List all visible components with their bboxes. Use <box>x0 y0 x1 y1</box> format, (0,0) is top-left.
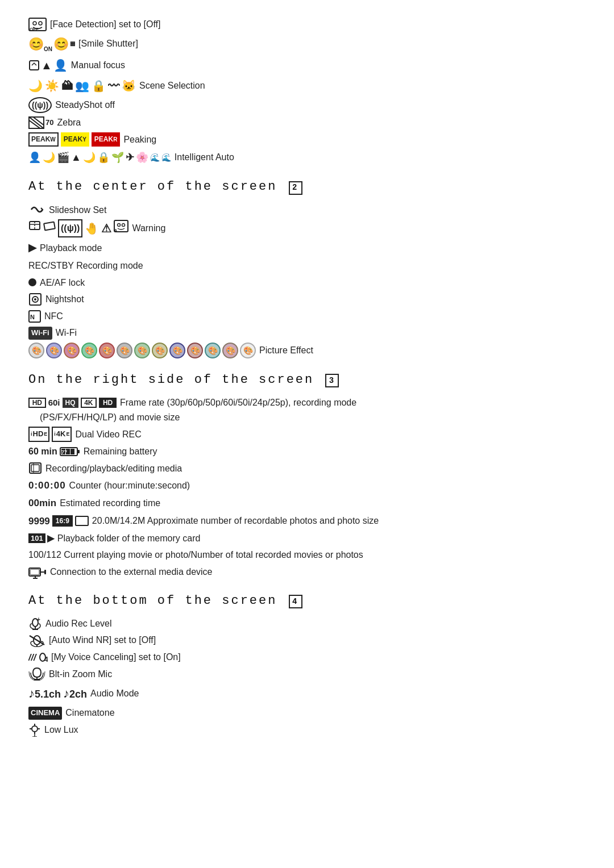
recordable-photos-label: 20.0M/14.2M Approximate number of record… <box>92 514 379 528</box>
nfc-icon: N <box>28 310 41 323</box>
blt-zoom-mic-label: Blt-in Zoom Mic <box>49 667 112 682</box>
estimated-prefix: 00min <box>28 495 56 511</box>
manual-focus-label: Manual focus <box>71 58 125 73</box>
svg-text:///: /// <box>28 653 37 662</box>
scene-wave-icon: 〰 <box>108 77 119 95</box>
pe-icon-13: 🎨 <box>240 343 256 358</box>
slideshow-set-icon <box>28 203 45 216</box>
peak-w-badge: PEAKW <box>28 132 59 147</box>
frame-rate-label2: (PS/FX/FH/HQ/LP) and movie size <box>40 410 180 425</box>
pe-icon-9: 🎨 <box>169 343 185 358</box>
svg-point-19 <box>34 298 36 301</box>
smile-shutter-label: [Smile Shutter] <box>78 36 138 51</box>
audio-rec-level-label: Audio Rec Level <box>45 616 112 631</box>
svg-text:OFF: OFF <box>30 27 39 31</box>
dual-video-label: Dual Video REC <box>75 427 141 442</box>
remaining-battery-label: Remaining battery <box>84 444 157 459</box>
pe-icon-8: 🎨 <box>152 343 168 358</box>
peak-r-badge: PEAKR <box>92 132 121 147</box>
pe-icon-1: 🎨 <box>28 343 44 358</box>
playback-folder-label: Playback folder of the memory card <box>57 531 201 546</box>
hq-badge: HQ <box>63 398 78 408</box>
intelligent-auto-icons: 👤🌙🎬▲🌙🔒🌱✈🌸 🌊🌊 <box>28 149 171 166</box>
low-lux-row: Low Lux <box>28 723 586 737</box>
picture-effect-label: Picture Effect <box>259 343 313 358</box>
svg-line-6 <box>28 116 44 129</box>
rec-stby-label: REC/STBY Recording mode <box>28 258 143 273</box>
connection-external-label: Connection to the external media device <box>50 565 213 579</box>
ae-af-lock-row: AE/AF lock <box>28 276 586 290</box>
audio-rec-level-icon: + <box>28 617 42 631</box>
warning-card-icon <box>28 219 41 237</box>
frame-rate-row2: (PS/FX/FH/HQ/LP) and movie size <box>40 410 586 425</box>
svg-rect-35 <box>44 570 46 574</box>
face-detection-row: OFF [Face Detection] set to [Off] <box>28 17 586 32</box>
ae-af-lock-label: AE/AF lock <box>40 276 85 290</box>
scene-sun-icon: ☀️ <box>45 77 59 95</box>
zebra-row: 70 Zebra <box>28 115 586 130</box>
svg-point-1 <box>33 22 36 25</box>
playback-mode-row: ▶ Playback mode <box>28 240 586 256</box>
pe-icon-12: 🎨 <box>222 343 238 358</box>
hdh-badge: HD <box>99 398 117 408</box>
manual-focus-row: ▲ 👤 Manual focus <box>28 56 586 74</box>
wifi-badge: Wi-Fi <box>28 327 52 340</box>
svg-point-50 <box>32 726 38 732</box>
connection-external-row: Connection to the external media device <box>28 565 586 579</box>
zebra-icon: 70 <box>28 116 53 129</box>
warning-face-icon: A <box>114 219 128 237</box>
my-voice-canceling-icon: /// 4 <box>28 650 48 664</box>
scene-selection-row: 🌙 ☀️ 🏔 👥 🔒 〰 🐱 Scene Selection <box>28 77 586 95</box>
right-section-heading: On the right side of the screen 3 <box>28 370 586 390</box>
playback-mode-icon: ▶ <box>28 240 36 256</box>
scene-selection-icons: 🌙 ☀️ 🏔 👥 🔒 〰 🐱 <box>28 77 136 95</box>
svg-text:N: N <box>30 314 35 320</box>
dual-video-row: iHDE i4KE Dual Video REC <box>28 427 586 442</box>
warning-hand-icon: 🤚 <box>85 219 99 237</box>
wifi-label: Wi-Fi <box>56 326 77 340</box>
estimated-label: Estimated recording time <box>60 496 160 511</box>
rec-stby-row: REC/STBY Recording mode <box>28 258 586 273</box>
audio-rec-level-row: + Audio Rec Level <box>28 616 586 631</box>
101-badge: 101 <box>28 533 45 544</box>
playback-folder-row: 101 ▶ Playback folder of the memory card <box>28 531 586 546</box>
wifi-badge-icon: Wi-Fi <box>28 327 52 340</box>
recording-media-icon <box>28 462 42 474</box>
svg-line-44 <box>30 636 44 645</box>
center-section-heading: At the center of the screen 2 <box>28 177 586 197</box>
center-num-box: 2 <box>289 181 302 195</box>
dual-video-icon: iHDE i4KE <box>28 427 72 442</box>
pe-icon-11: 🎨 <box>205 343 221 358</box>
scene-lock-icon: 🔒 <box>92 77 106 95</box>
playback-mode-label: Playback mode <box>40 241 102 256</box>
frame-rate-icons: HD 60i HQ 4K HD <box>28 396 117 410</box>
playback-folder-icon: 101 ▶ <box>28 531 54 546</box>
bottom-section-heading: At the bottom of the screen 4 <box>28 591 586 611</box>
auto-wind-nr-label: [Auto Wind NR] set to [Off] <box>49 633 156 648</box>
connection-external-icon <box>28 565 47 579</box>
audio-mode-icons: ♪5.1ch ♪2ch <box>28 683 87 703</box>
remaining-battery-row: 60 min 77 Remaining battery <box>28 444 586 459</box>
current-playing-row: 100/112 Current playing movie or photo/N… <box>28 548 586 562</box>
pe-icon-6: 🎨 <box>117 343 132 358</box>
peaking-icons: PEAKW PEAKY PEAKR <box>28 132 120 147</box>
right-num-box: 3 <box>325 374 339 387</box>
recordable-photos-icons: 9999 16:9 <box>28 514 89 529</box>
manual-focus-icon: ▲ 👤 <box>28 56 68 74</box>
steadyshot-icon: ((ψ)) <box>28 97 52 113</box>
counter-row: 0:00:00 Counter (hour:minute:second) <box>28 478 586 493</box>
audio-mode-label: Audio Mode <box>90 686 139 701</box>
zebra-label: Zebra <box>57 115 81 130</box>
warning-tilt-icon <box>43 219 56 237</box>
battery-prefix: 60 min <box>28 444 57 459</box>
pe-icon-4: 🎨 <box>81 343 97 358</box>
warning-row: ((ψ)) 🤚 ⚠ A Warning <box>28 219 586 237</box>
frame-rate-row: HD 60i HQ 4K HD Frame rate (30p/60p/50p/… <box>28 395 586 410</box>
steadyshot-label: SteadyShot off <box>55 98 115 112</box>
my-voice-canceling-label: [My Voice Canceling] set to [On] <box>51 650 181 665</box>
nfc-label: NFC <box>44 309 63 324</box>
auto-wind-nr-icon <box>28 633 45 647</box>
face-detection-icon: OFF <box>28 18 47 31</box>
pe-icon-2: 🎨 <box>46 343 62 358</box>
cinematone-row: CINEMA Cinematone <box>28 706 586 720</box>
